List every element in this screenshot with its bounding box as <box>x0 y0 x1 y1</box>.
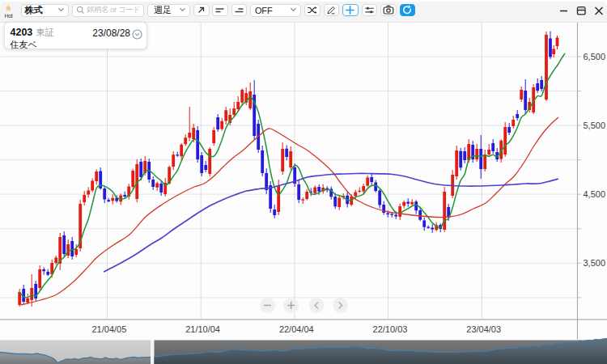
svg-text:5,500: 5,500 <box>584 121 606 130</box>
svg-text:21/10/04: 21/10/04 <box>185 324 220 334</box>
svg-text:6,500: 6,500 <box>584 52 606 61</box>
svg-text:23/04/03: 23/04/03 <box>466 324 501 334</box>
svg-text:4,500: 4,500 <box>584 189 606 199</box>
svg-text:22/04/04: 22/04/04 <box>279 324 314 334</box>
svg-text:3,500: 3,500 <box>584 258 606 268</box>
svg-text:22/10/03: 22/10/03 <box>373 324 408 334</box>
svg-text:21/04/05: 21/04/05 <box>91 324 126 334</box>
